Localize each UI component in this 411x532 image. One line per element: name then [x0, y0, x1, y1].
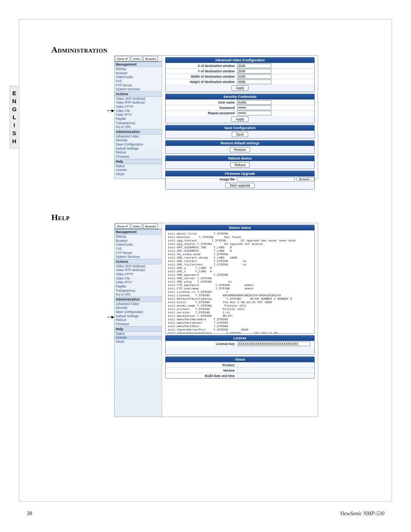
sidebar-item-about[interactable]: About: [115, 340, 162, 344]
tab-video[interactable]: Video: [131, 224, 142, 229]
tab-show-ip[interactable]: Show IP: [115, 56, 130, 61]
sidebar-item[interactable]: Status: [115, 164, 162, 168]
sidebar-item[interactable]: Save Configuration: [115, 310, 162, 314]
sidebar-item-status[interactable]: Status: [115, 332, 162, 336]
sidebar-item[interactable]: TAS: [115, 79, 162, 83]
browse-button[interactable]: Browse...: [296, 177, 314, 181]
sidebar-item[interactable]: Video/Audio: [115, 243, 162, 247]
sidebar-item[interactable]: Firmware: [115, 155, 162, 159]
tab-video[interactable]: Video: [131, 56, 142, 61]
w-input[interactable]: [237, 74, 271, 79]
sidebar-item[interactable]: Video RTP Multicast: [115, 268, 162, 272]
sidebar-item[interactable]: FTP Server: [115, 251, 162, 255]
image-file-input[interactable]: [237, 177, 295, 182]
tab-browser[interactable]: Browser: [143, 56, 158, 61]
sidebar-item[interactable]: Playlist: [115, 117, 162, 121]
label: User name: [166, 101, 237, 104]
restore-button[interactable]: Restore: [230, 147, 250, 152]
sidebar-item[interactable]: Video/Audio: [115, 75, 162, 79]
panel-reboot: Reboot device Reboot: [165, 155, 315, 169]
y-input[interactable]: [237, 69, 271, 73]
sidebar-item[interactable]: System Services: [115, 255, 162, 259]
sidebar-item[interactable]: Transparency: [115, 121, 162, 125]
sidebar-item[interactable]: Firmware: [115, 322, 162, 326]
lang-letter: L: [10, 113, 19, 121]
admin-main: Advanced video Configuration X of destin…: [162, 56, 318, 179]
label: Password: [166, 106, 237, 110]
apply-button[interactable]: Apply: [231, 85, 249, 91]
sidebar-item[interactable]: Reboot: [115, 150, 162, 155]
username-input[interactable]: [237, 100, 271, 105]
sidebar-item[interactable]: Video UDP Multicast: [115, 264, 162, 268]
sidebar-item[interactable]: Transparency: [115, 289, 162, 293]
sidebar-item[interactable]: Go to URL: [115, 292, 162, 297]
sidebar-item[interactable]: Startup: [115, 235, 162, 239]
pointer-arrow: [107, 110, 114, 111]
sidebar-item-license[interactable]: License: [115, 335, 162, 340]
sidebar-item[interactable]: Browser: [115, 71, 162, 75]
lang-letter: G: [10, 105, 19, 113]
start-upgrade-button[interactable]: Start upgrade: [225, 183, 255, 188]
sidebar-item[interactable]: Video UDP Multicast: [115, 97, 162, 101]
sidebar-item[interactable]: Advanced Video: [115, 302, 162, 306]
sidebar-item[interactable]: Browser: [115, 239, 162, 243]
h-input[interactable]: [237, 80, 271, 84]
tab-show-ip[interactable]: Show IP: [115, 224, 130, 229]
sidebar-group-actions: Actions: [115, 259, 162, 264]
lang-letter: H: [10, 137, 19, 145]
page-number: 38: [27, 511, 32, 517]
panel-license: License License Key: [165, 335, 315, 355]
device-status-text[interactable]: init.mount_first T_STRING init.mounted T…: [166, 230, 314, 333]
sidebar-item[interactable]: FTP Server: [115, 83, 162, 88]
footer-model: ViewSonic NMP-530: [340, 511, 384, 517]
sidebar-item[interactable]: Playlist: [115, 284, 162, 289]
sidebar-item[interactable]: Reboot: [115, 318, 162, 322]
sidebar-item[interactable]: Video IPTV: [115, 280, 162, 284]
save-button[interactable]: Save: [232, 132, 248, 137]
panel-restore: Restore default settings Restore: [165, 140, 315, 154]
sidebar-item[interactable]: Security: [115, 306, 162, 310]
sidebar-item[interactable]: Video File: [115, 109, 162, 113]
panel-title: Security Credentials: [166, 94, 314, 99]
tab-browser[interactable]: Browser: [143, 224, 158, 229]
sidebar-item[interactable]: Video HTTP: [115, 105, 162, 109]
sidebar-item[interactable]: Security: [115, 138, 162, 142]
sidebar-item[interactable]: System Services: [115, 87, 162, 91]
label: Image file: [166, 177, 237, 181]
panel-device-status: Device status init.mount_first T_STRING …: [165, 225, 315, 334]
label: Build date and time: [166, 374, 237, 378]
section-heading-admin: Administration: [51, 45, 108, 55]
sidebar-item[interactable]: License: [115, 168, 162, 172]
sidebar-item[interactable]: Video File: [115, 276, 162, 281]
x-input[interactable]: [237, 64, 271, 68]
panel-firmware: Firmware Upgrade Image file Browse... St…: [165, 171, 315, 190]
sidebar-item[interactable]: Video IPTV: [115, 113, 162, 117]
sidebar-group-help: Help: [115, 159, 162, 164]
label: Version: [166, 369, 237, 372]
label: X of destination window: [166, 64, 237, 68]
sidebar-item[interactable]: Go to URL: [115, 125, 162, 129]
sidebar-item[interactable]: Advanced Video: [115, 134, 162, 139]
sidebar-item[interactable]: Startup: [115, 67, 162, 71]
panel-title: Firmware Upgrade: [166, 171, 314, 176]
sidebar-tabs: Show IP Video Browser: [115, 56, 162, 62]
lang-letter: I: [10, 121, 19, 129]
lang-letter: E: [10, 89, 19, 97]
sidebar-item[interactable]: Video RTP Multicast: [115, 101, 162, 105]
sidebar-item[interactable]: Save Configuration: [115, 142, 162, 147]
license-key-input[interactable]: [237, 342, 311, 346]
password-input[interactable]: [237, 105, 271, 110]
reboot-button[interactable]: Reboot: [230, 162, 250, 168]
panel-title: Advanced video Configuration: [166, 58, 314, 63]
lang-letter: S: [10, 129, 19, 137]
sidebar-item[interactable]: Video HTTP: [115, 272, 162, 276]
sidebar-item[interactable]: About: [115, 172, 162, 176]
repeat-password-input[interactable]: [237, 111, 271, 115]
help-main: Device status init.mount_first T_STRING …: [162, 223, 318, 417]
page-footer: 38 ViewSonic NMP-530: [27, 511, 384, 517]
lang-letter: N: [10, 97, 19, 105]
sidebar-item[interactable]: TAS: [115, 247, 162, 251]
apply-button[interactable]: Apply: [231, 117, 249, 122]
sidebar-item[interactable]: Default Settings: [115, 314, 162, 318]
sidebar-item[interactable]: Default Settings: [115, 147, 162, 151]
